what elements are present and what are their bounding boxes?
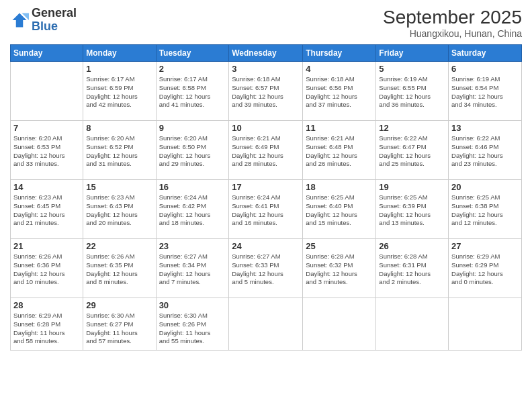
day-number: 4 <box>306 64 373 74</box>
table-row: 11Sunrise: 6:21 AMSunset: 6:48 PMDayligh… <box>303 121 376 180</box>
table-row: 30Sunrise: 6:30 AMSunset: 6:26 PMDayligh… <box>156 298 229 351</box>
table-row: 10Sunrise: 6:21 AMSunset: 6:49 PMDayligh… <box>229 121 303 180</box>
day-number: 30 <box>159 300 226 310</box>
day-info: Sunrise: 6:24 AMSunset: 6:41 PMDaylight:… <box>232 193 300 228</box>
logo-general: General <box>32 6 77 19</box>
day-number: 19 <box>379 182 445 192</box>
table-row: 28Sunrise: 6:29 AMSunset: 6:28 PMDayligh… <box>11 298 83 351</box>
table-row: 24Sunrise: 6:27 AMSunset: 6:33 PMDayligh… <box>229 239 303 298</box>
col-wednesday: Wednesday <box>229 45 303 62</box>
table-row: 3Sunrise: 6:18 AMSunset: 6:57 PMDaylight… <box>229 62 303 121</box>
day-number: 22 <box>86 241 152 251</box>
table-row: 9Sunrise: 6:20 AMSunset: 6:50 PMDaylight… <box>156 121 229 180</box>
table-row: 1Sunrise: 6:17 AMSunset: 6:59 PMDaylight… <box>83 62 156 121</box>
day-info: Sunrise: 6:30 AMSunset: 6:27 PMDaylight:… <box>86 312 152 346</box>
day-number: 11 <box>306 123 373 133</box>
day-info: Sunrise: 6:29 AMSunset: 6:29 PMDaylight:… <box>451 253 519 287</box>
day-number: 7 <box>13 123 80 133</box>
day-number: 16 <box>159 182 226 192</box>
day-info: Sunrise: 6:19 AMSunset: 6:54 PMDaylight:… <box>451 75 519 109</box>
col-friday: Friday <box>376 45 449 62</box>
table-row: 20Sunrise: 6:25 AMSunset: 6:38 PMDayligh… <box>449 180 522 239</box>
table-row: 18Sunrise: 6:25 AMSunset: 6:40 PMDayligh… <box>303 180 376 239</box>
day-number: 21 <box>13 241 80 251</box>
table-row: 26Sunrise: 6:28 AMSunset: 6:31 PMDayligh… <box>376 239 449 298</box>
month-title: September 2025 <box>383 7 522 28</box>
calendar-table: Sunday Monday Tuesday Wednesday Thursday… <box>10 44 522 351</box>
day-number: 29 <box>86 300 152 310</box>
day-number: 18 <box>306 182 373 192</box>
table-row: 13Sunrise: 6:22 AMSunset: 6:46 PMDayligh… <box>449 121 522 180</box>
table-row: 15Sunrise: 6:23 AMSunset: 6:43 PMDayligh… <box>83 180 156 239</box>
day-number: 24 <box>232 241 300 251</box>
table-row: 21Sunrise: 6:26 AMSunset: 6:36 PMDayligh… <box>11 239 83 298</box>
day-info: Sunrise: 6:21 AMSunset: 6:49 PMDaylight:… <box>232 134 300 169</box>
day-info: Sunrise: 6:22 AMSunset: 6:46 PMDaylight:… <box>451 134 519 169</box>
header-row: Sunday Monday Tuesday Wednesday Thursday… <box>11 45 522 62</box>
header: General Blue September 2025 Huangxikou, … <box>10 7 522 39</box>
day-info: Sunrise: 6:30 AMSunset: 6:26 PMDaylight:… <box>159 312 226 346</box>
day-info: Sunrise: 6:29 AMSunset: 6:28 PMDaylight:… <box>13 312 80 346</box>
table-row: 17Sunrise: 6:24 AMSunset: 6:41 PMDayligh… <box>229 180 303 239</box>
table-row <box>449 298 522 351</box>
day-number: 12 <box>379 123 445 133</box>
day-info: Sunrise: 6:20 AMSunset: 6:53 PMDaylight:… <box>13 134 80 169</box>
col-thursday: Thursday <box>303 45 376 62</box>
day-info: Sunrise: 6:25 AMSunset: 6:40 PMDaylight:… <box>306 193 373 228</box>
calendar-header: Sunday Monday Tuesday Wednesday Thursday… <box>11 45 522 62</box>
day-info: Sunrise: 6:28 AMSunset: 6:31 PMDaylight:… <box>379 253 445 287</box>
table-row: 19Sunrise: 6:25 AMSunset: 6:39 PMDayligh… <box>376 180 449 239</box>
col-saturday: Saturday <box>449 45 522 62</box>
day-info: Sunrise: 6:23 AMSunset: 6:43 PMDaylight:… <box>86 193 152 228</box>
day-number: 27 <box>451 241 519 251</box>
table-row: 29Sunrise: 6:30 AMSunset: 6:27 PMDayligh… <box>83 298 156 351</box>
table-row <box>376 298 449 351</box>
col-sunday: Sunday <box>11 45 83 62</box>
day-number: 14 <box>13 182 80 192</box>
day-info: Sunrise: 6:26 AMSunset: 6:35 PMDaylight:… <box>86 253 152 287</box>
day-number: 3 <box>232 64 300 74</box>
day-info: Sunrise: 6:28 AMSunset: 6:32 PMDaylight:… <box>306 253 373 287</box>
day-info: Sunrise: 6:27 AMSunset: 6:33 PMDaylight:… <box>232 253 300 287</box>
table-row: 27Sunrise: 6:29 AMSunset: 6:29 PMDayligh… <box>449 239 522 298</box>
day-info: Sunrise: 6:23 AMSunset: 6:45 PMDaylight:… <box>13 193 80 228</box>
col-tuesday: Tuesday <box>156 45 229 62</box>
day-number: 10 <box>232 123 300 133</box>
table-row: 8Sunrise: 6:20 AMSunset: 6:52 PMDaylight… <box>83 121 156 180</box>
day-number: 15 <box>86 182 152 192</box>
table-row: 12Sunrise: 6:22 AMSunset: 6:47 PMDayligh… <box>376 121 449 180</box>
day-number: 2 <box>159 64 226 74</box>
day-info: Sunrise: 6:25 AMSunset: 6:39 PMDaylight:… <box>379 193 445 228</box>
day-info: Sunrise: 6:20 AMSunset: 6:50 PMDaylight:… <box>159 134 226 169</box>
table-row: 7Sunrise: 6:20 AMSunset: 6:53 PMDaylight… <box>11 121 83 180</box>
table-row <box>229 298 303 351</box>
table-row <box>303 298 376 351</box>
table-row: 4Sunrise: 6:18 AMSunset: 6:56 PMDaylight… <box>303 62 376 121</box>
day-number: 26 <box>379 241 445 251</box>
day-info: Sunrise: 6:18 AMSunset: 6:56 PMDaylight:… <box>306 75 373 109</box>
day-number: 5 <box>379 64 445 74</box>
calendar-body: 1Sunrise: 6:17 AMSunset: 6:59 PMDaylight… <box>11 62 522 351</box>
logo-blue: Blue <box>32 19 58 33</box>
table-row: 22Sunrise: 6:26 AMSunset: 6:35 PMDayligh… <box>83 239 156 298</box>
day-info: Sunrise: 6:21 AMSunset: 6:48 PMDaylight:… <box>306 134 373 169</box>
day-number: 9 <box>159 123 226 133</box>
day-info: Sunrise: 6:22 AMSunset: 6:47 PMDaylight:… <box>379 134 445 169</box>
table-row: 2Sunrise: 6:17 AMSunset: 6:58 PMDaylight… <box>156 62 229 121</box>
day-info: Sunrise: 6:27 AMSunset: 6:34 PMDaylight:… <box>159 253 226 287</box>
location: Huangxikou, Hunan, China <box>383 28 522 39</box>
day-info: Sunrise: 6:26 AMSunset: 6:36 PMDaylight:… <box>13 253 80 287</box>
title-block: September 2025 Huangxikou, Hunan, China <box>383 7 522 39</box>
table-row: 14Sunrise: 6:23 AMSunset: 6:45 PMDayligh… <box>11 180 83 239</box>
logo: General Blue <box>10 7 77 34</box>
day-number: 23 <box>159 241 226 251</box>
table-row: 6Sunrise: 6:19 AMSunset: 6:54 PMDaylight… <box>449 62 522 121</box>
table-row: 23Sunrise: 6:27 AMSunset: 6:34 PMDayligh… <box>156 239 229 298</box>
table-row: 16Sunrise: 6:24 AMSunset: 6:42 PMDayligh… <box>156 180 229 239</box>
day-info: Sunrise: 6:19 AMSunset: 6:55 PMDaylight:… <box>379 75 445 109</box>
day-number: 20 <box>451 182 519 192</box>
day-info: Sunrise: 6:25 AMSunset: 6:38 PMDaylight:… <box>451 193 519 228</box>
day-info: Sunrise: 6:17 AMSunset: 6:59 PMDaylight:… <box>86 75 152 109</box>
day-number: 1 <box>86 64 152 74</box>
page: General Blue September 2025 Huangxikou, … <box>0 0 532 411</box>
